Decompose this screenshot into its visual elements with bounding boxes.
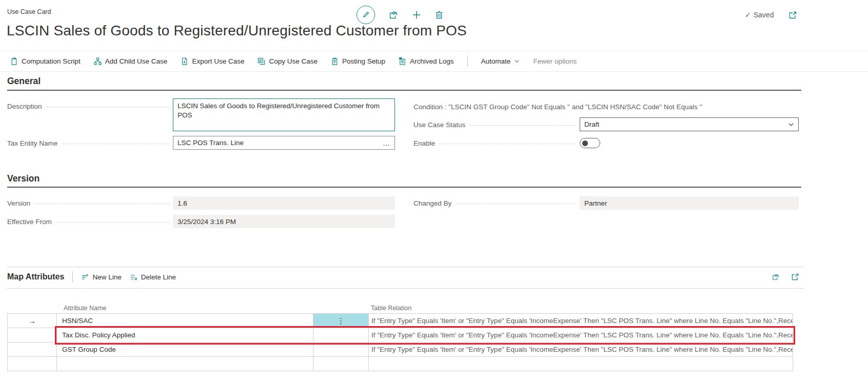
attribute-name-cell[interactable]: GST Group Code xyxy=(57,342,313,356)
open-part-button[interactable] xyxy=(791,273,799,281)
version-field: 1.6 xyxy=(173,196,395,210)
copy-use-case-label: Copy Use Case xyxy=(269,57,318,65)
row-options-cell[interactable] xyxy=(313,328,369,342)
page-title: LSCIN Sales of Goods to Registered/Unreg… xyxy=(7,23,467,39)
check-icon: ✓ xyxy=(745,11,751,19)
condition-text: Condition : "LSCIN GST Group Code" Not E… xyxy=(413,103,702,111)
version-label-row: Version xyxy=(7,199,173,207)
ellipsis-vertical-icon: ⋮ xyxy=(337,316,345,326)
copy-icon xyxy=(258,57,265,65)
new-button[interactable] xyxy=(412,10,421,19)
tax-entity-name-label-row: Tax Entity Name xyxy=(7,139,173,147)
dotted-leader xyxy=(47,107,170,107)
computation-script-button[interactable]: Computation Script xyxy=(10,57,81,65)
share-icon xyxy=(772,273,780,281)
dotted-leader xyxy=(56,222,170,223)
enable-label: Enable xyxy=(413,139,435,147)
open-in-new-window-icon xyxy=(788,11,797,19)
toggle-knob xyxy=(582,140,588,146)
delete-button[interactable] xyxy=(435,10,444,19)
save-status: ✓ Saved xyxy=(745,11,774,19)
delete-line-button[interactable]: Delete Line xyxy=(130,273,176,281)
column-header-table-relation: Table Relation xyxy=(371,305,411,312)
table-relation-cell[interactable] xyxy=(369,357,793,371)
trash-icon xyxy=(435,10,444,19)
effective-from-label-row: Effective From xyxy=(7,218,173,226)
map-attributes-heading: Map Attributes xyxy=(7,272,64,281)
delete-line-icon xyxy=(130,273,137,281)
tax-entity-name-value: LSC POS Trans. Line xyxy=(177,139,244,147)
effective-from-label: Effective From xyxy=(7,218,52,226)
clipboard-icon xyxy=(331,57,339,65)
share-button[interactable] xyxy=(388,10,399,20)
row-indicator-cell[interactable] xyxy=(8,342,57,356)
export-use-case-button[interactable]: Export Use Case xyxy=(181,57,244,65)
description-label: Description xyxy=(7,103,42,110)
use-case-status-label: Use Case Status xyxy=(413,121,465,129)
pencil-icon xyxy=(362,11,370,19)
add-child-use-case-button[interactable]: Add Child Use Case xyxy=(94,57,168,65)
archived-logs-label: Archived Logs xyxy=(410,57,454,65)
table-row xyxy=(8,357,793,371)
changed-by-label: Changed By xyxy=(413,199,451,207)
enable-toggle[interactable] xyxy=(580,138,600,148)
attribute-name-cell[interactable] xyxy=(57,357,313,371)
dotted-leader xyxy=(62,144,170,144)
table-relation-cell[interactable]: If "Entry Type" Equals 'Item' or "Entry … xyxy=(369,314,793,328)
export-use-case-label: Export Use Case xyxy=(192,57,244,65)
tax-entity-name-field[interactable]: LSC POS Trans. Line … xyxy=(173,136,395,150)
row-options-cell[interactable]: ⋮ xyxy=(313,314,369,328)
assist-edit-button[interactable]: … xyxy=(383,139,390,147)
changed-by-label-row: Changed By xyxy=(413,199,579,207)
command-bar: Computation Script Add Child Use Case Ex… xyxy=(10,51,577,71)
plus-icon xyxy=(412,10,421,19)
new-line-button[interactable]: New Line xyxy=(81,273,121,281)
toolbar-divider xyxy=(72,271,73,283)
new-line-icon xyxy=(81,273,89,281)
map-attributes-part-icons xyxy=(772,273,799,281)
map-attributes-grid: → HSN/SAC ⋮ If "Entry Type" Equals 'Item… xyxy=(7,313,793,371)
clipboard-plus-icon xyxy=(10,57,18,65)
open-in-new-window-button[interactable] xyxy=(788,11,797,19)
command-bar-divider xyxy=(467,55,468,67)
row-indicator-cell[interactable] xyxy=(8,328,57,342)
share-part-button[interactable] xyxy=(772,273,780,281)
changed-by-field: Partner xyxy=(580,196,799,210)
chevron-down-icon xyxy=(788,122,794,128)
effective-from-field: 3/25/2024 3:16 PM xyxy=(173,215,395,228)
table-row: → HSN/SAC ⋮ If "Entry Type" Equals 'Item… xyxy=(8,314,793,328)
row-options-cell[interactable] xyxy=(313,357,369,371)
page-caption: Use Case Card xyxy=(7,8,51,15)
fewer-options-button[interactable]: Fewer options xyxy=(533,57,577,65)
fewer-options-label: Fewer options xyxy=(533,57,577,65)
edit-button[interactable] xyxy=(357,6,375,24)
dotted-leader xyxy=(35,204,170,204)
use-case-status-dropdown[interactable]: Draft xyxy=(580,117,799,131)
description-label-row: Description xyxy=(7,103,173,110)
automate-menu-button[interactable]: Automate xyxy=(481,57,520,65)
archived-logs-button[interactable]: Archived Logs xyxy=(399,57,454,65)
top-action-bar xyxy=(357,6,444,24)
dotted-leader xyxy=(456,204,576,204)
row-indicator-cell[interactable] xyxy=(8,357,57,371)
divider xyxy=(0,71,868,72)
table-relation-cell[interactable]: If "Entry Type" Equals 'Item' or "Entry … xyxy=(369,328,793,342)
use-case-status-label-row: Use Case Status xyxy=(413,121,579,129)
attribute-name-cell[interactable]: Tax Disc. Policy Applied xyxy=(57,328,313,342)
map-attributes-inner-rule xyxy=(7,288,803,289)
general-section-rule xyxy=(7,90,801,91)
description-field[interactable]: LSCIN Sales of Goods to Registered/Unreg… xyxy=(173,98,395,131)
version-section-heading: Version xyxy=(7,173,40,184)
table-relation-cell[interactable]: If "Entry Type" Equals 'Item' or "Entry … xyxy=(369,342,793,356)
row-indicator-cell[interactable]: → xyxy=(8,314,57,328)
archive-document-icon xyxy=(399,57,406,65)
add-child-use-case-label: Add Child Use Case xyxy=(105,57,168,65)
row-options-cell[interactable] xyxy=(313,342,369,356)
posting-setup-label: Posting Setup xyxy=(342,57,385,65)
dotted-leader xyxy=(440,144,576,144)
document-export-icon xyxy=(181,57,188,65)
use-case-status-value: Draft xyxy=(584,120,599,128)
posting-setup-button[interactable]: Posting Setup xyxy=(331,57,385,65)
attribute-name-cell[interactable]: HSN/SAC xyxy=(57,314,313,328)
copy-use-case-button[interactable]: Copy Use Case xyxy=(258,57,318,65)
